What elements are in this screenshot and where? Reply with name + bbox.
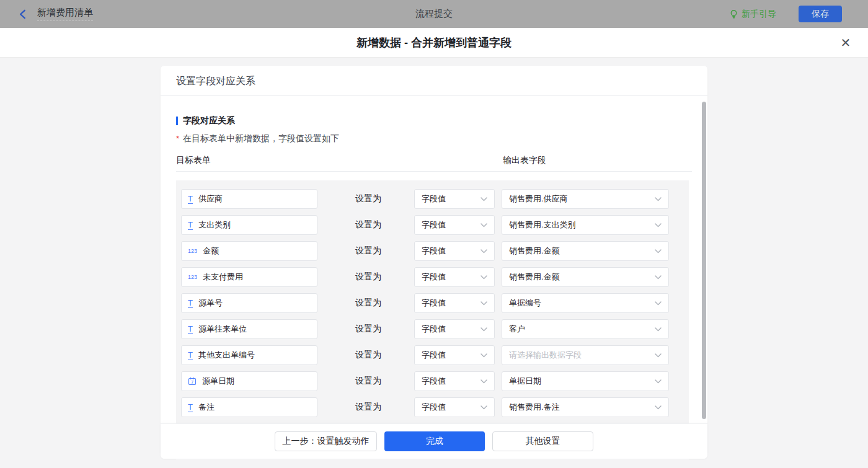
chevron-down-icon — [655, 405, 662, 410]
set-as-label: 设置为 — [355, 324, 383, 335]
chevron-down-icon — [480, 405, 487, 410]
mapping-row: T源单往来单位设置为字段值客户 — [181, 319, 684, 339]
mapping-row: T备注设置为字段值销售费用.备注 — [181, 397, 684, 417]
output-field-text: 销售费用.备注 — [509, 402, 560, 413]
output-field-select[interactable]: 客户 — [502, 319, 669, 339]
description-text: 在目标表单中新增数据，字段值设置如下 — [183, 133, 339, 144]
value-mode-text: 字段值 — [422, 350, 446, 361]
scrollbar[interactable] — [702, 102, 706, 419]
chevron-down-icon — [655, 379, 662, 384]
target-field-box[interactable]: 123金额 — [181, 241, 317, 261]
chevron-down-icon — [480, 197, 487, 201]
set-as-label: 设置为 — [355, 272, 383, 283]
set-as-label: 设置为 — [355, 298, 383, 309]
chevron-down-icon — [655, 197, 662, 201]
set-as-label: 设置为 — [355, 376, 383, 387]
target-field-label: 未支付费用 — [203, 272, 243, 283]
modal-header: 新增数据 - 合并新增到普通字段 ✕ — [0, 28, 868, 58]
mapping-row: T其他支出单编号设置为字段值请选择输出数据字段 — [181, 345, 684, 365]
prev-step-button[interactable]: 上一步：设置触发动作 — [275, 431, 377, 451]
output-field-select[interactable]: 销售费用.金额 — [502, 241, 669, 261]
output-field-text: 单据编号 — [509, 298, 541, 309]
done-button[interactable]: 完成 — [384, 431, 485, 451]
value-mode-select[interactable]: 字段值 — [414, 293, 495, 313]
text-field-icon: T — [188, 299, 193, 308]
value-mode-select[interactable]: 字段值 — [414, 319, 495, 339]
close-icon[interactable]: ✕ — [839, 37, 852, 49]
mapping-row: 123金额设置为字段值销售费用.金额 — [181, 241, 684, 261]
value-mode-text: 字段值 — [422, 272, 446, 283]
value-mode-select[interactable]: 字段值 — [414, 215, 495, 235]
column-headers: 目标表单 输出表字段 — [176, 155, 692, 165]
target-field-label: 金额 — [203, 245, 219, 257]
value-mode-select[interactable]: 字段值 — [414, 241, 495, 261]
output-field-text: 销售费用.支出类别 — [509, 219, 576, 231]
target-field-label: 其他支出单编号 — [198, 350, 255, 361]
target-field-box[interactable]: 7源单日期 — [181, 371, 317, 391]
value-mode-text: 字段值 — [422, 245, 446, 257]
other-settings-button[interactable]: 其他设置 — [492, 431, 593, 451]
back-icon[interactable] — [17, 9, 29, 20]
output-field-text: 客户 — [509, 324, 525, 335]
beginner-guide-link[interactable]: 新手引导 — [729, 9, 776, 20]
output-field-text: 销售费用.供应商 — [509, 193, 568, 205]
target-field-box[interactable]: 123未支付费用 — [181, 267, 317, 287]
output-field-select[interactable]: 单据日期 — [502, 371, 669, 391]
panel-title: 设置字段对应关系 — [161, 66, 707, 96]
flow-mode-label: 流程提交 — [415, 8, 453, 20]
target-field-box[interactable]: T其他支出单编号 — [181, 345, 317, 365]
svg-text:7: 7 — [191, 379, 193, 385]
mapping-rows-area: T供应商设置为字段值销售费用.供应商T支出类别设置为字段值销售费用.支出类别12… — [176, 180, 689, 464]
set-as-label: 设置为 — [355, 193, 383, 205]
target-field-box[interactable]: T源单号 — [181, 293, 317, 313]
target-field-box[interactable]: T备注 — [181, 397, 317, 417]
topbar: 新增费用清单 流程提交 新手引导 保存 — [0, 0, 868, 28]
chevron-down-icon — [655, 275, 662, 280]
output-field-select[interactable]: 单据编号 — [502, 293, 669, 313]
target-field-box[interactable]: T支出类别 — [181, 215, 317, 235]
section-title: 字段对应关系 — [176, 116, 692, 126]
value-mode-text: 字段值 — [422, 219, 446, 231]
text-field-icon: T — [188, 325, 193, 334]
text-field-icon: T — [188, 403, 193, 412]
output-field-select[interactable]: 销售费用.支出类别 — [502, 215, 669, 235]
value-mode-select[interactable]: 字段值 — [414, 397, 495, 417]
value-mode-text: 字段值 — [422, 193, 446, 205]
output-field-text: 销售费用.金额 — [509, 272, 560, 283]
output-field-select[interactable]: 销售费用.备注 — [502, 397, 669, 417]
guide-label: 新手引导 — [742, 9, 776, 20]
set-as-label: 设置为 — [355, 219, 383, 231]
header-divider — [176, 171, 692, 172]
number-field-icon: 123 — [188, 248, 197, 254]
value-mode-select[interactable]: 字段值 — [414, 189, 495, 209]
target-field-label: 源单往来单位 — [198, 324, 247, 335]
output-field-select[interactable]: 销售费用.金额 — [502, 267, 669, 287]
panel-footer: 上一步：设置触发动作 完成 其他设置 — [161, 423, 707, 459]
value-mode-select[interactable]: 字段值 — [414, 267, 495, 287]
output-field-select[interactable]: 销售费用.供应商 — [502, 189, 669, 209]
value-mode-select[interactable]: 字段值 — [414, 371, 495, 391]
output-field-text: 请选择输出数据字段 — [509, 350, 582, 361]
chevron-down-icon — [480, 379, 487, 384]
target-field-box[interactable]: T供应商 — [181, 189, 317, 209]
mapping-row: 123未支付费用设置为字段值销售费用.金额 — [181, 267, 684, 287]
target-field-label: 支出类别 — [198, 219, 231, 231]
text-field-icon: T — [188, 221, 193, 230]
mapping-row: 7源单日期设置为字段值单据日期 — [181, 371, 684, 391]
field-mapping-panel: 设置字段对应关系 字段对应关系 * 在目标表单中新增数据，字段值设置如下 目标表… — [161, 66, 707, 459]
chevron-down-icon — [480, 301, 487, 306]
target-field-label: 供应商 — [198, 193, 223, 205]
target-field-label: 备注 — [198, 402, 215, 413]
column-header-output-field: 输出表字段 — [503, 155, 546, 166]
save-button[interactable]: 保存 — [799, 6, 842, 22]
value-mode-text: 字段值 — [422, 376, 446, 387]
output-field-select[interactable]: 请选择输出数据字段 — [502, 345, 669, 365]
mapping-row: T供应商设置为字段值销售费用.供应商 — [181, 189, 684, 209]
output-field-text: 单据日期 — [509, 376, 541, 387]
column-header-target-form: 目标表单 — [176, 155, 211, 165]
target-field-box[interactable]: T源单往来单位 — [181, 319, 317, 339]
set-as-label: 设置为 — [355, 402, 383, 413]
value-mode-select[interactable]: 字段值 — [414, 345, 495, 365]
flow-name-title[interactable]: 新增费用清单 — [37, 7, 93, 21]
chevron-down-icon — [480, 327, 487, 332]
